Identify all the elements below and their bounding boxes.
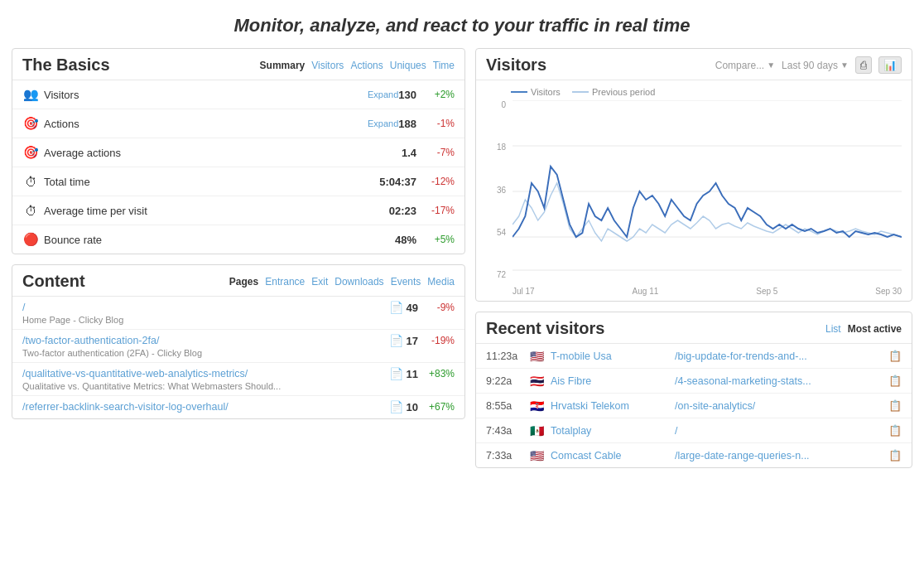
export-icon: ⎙ xyxy=(860,59,867,71)
content-link-0[interactable]: / xyxy=(22,302,389,313)
visitor-path-0[interactable]: /big-update-for-trends-and-... xyxy=(675,350,885,362)
tab-visitors-basics[interactable]: Visitors xyxy=(311,60,344,71)
visitor-flag-4: 🇺🇸 xyxy=(527,450,546,462)
tab-actions-basics[interactable]: Actions xyxy=(350,60,383,71)
visitor-copy-3[interactable]: 📋 xyxy=(888,424,902,437)
legend-previous-label: Previous period xyxy=(592,87,655,97)
basics-row-visitors: 👥 Visitors Expand 130 +2% xyxy=(12,80,464,109)
visitor-name-3[interactable]: Totalplay xyxy=(551,425,675,437)
chart-legend: Visitors Previous period xyxy=(486,87,902,97)
tab-time[interactable]: Time xyxy=(433,60,455,71)
content-link-1[interactable]: /two-factor-authentication-2fa/ xyxy=(22,335,389,346)
chart-controls: Compare... ▼ Last 90 days ▼ ⎙ 📊 xyxy=(715,56,902,74)
x-label-sep5: Sep 5 xyxy=(756,287,777,296)
page-title: Monitor, analyze, and react to your traf… xyxy=(0,0,924,48)
visitor-copy-0[interactable]: 📋 xyxy=(888,350,902,362)
content-item-2: /qualitative-vs-quantitative-web-analyti… xyxy=(12,363,464,396)
tab-list[interactable]: List xyxy=(825,323,841,335)
visitor-time-2: 8:55a xyxy=(486,400,527,412)
content-change-1: -19% xyxy=(425,335,455,346)
visitor-time-0: 11:23a xyxy=(486,350,527,362)
chart-type-button[interactable]: 📊 xyxy=(878,56,902,74)
legend-visitors-line xyxy=(511,91,527,93)
chart-area: Visitors Previous period 72 54 36 18 0 xyxy=(476,80,912,301)
content-link-3[interactable]: /referrer-backlink-search-visitor-log-ov… xyxy=(22,401,389,413)
legend-visitors-label: Visitors xyxy=(531,87,561,97)
visitor-path-3[interactable]: / xyxy=(675,425,885,437)
visitor-flag-1: 🇹🇭 xyxy=(527,375,546,387)
visitors-panel-header: Visitors Compare... ▼ Last 90 days ▼ ⎙ 📊 xyxy=(476,49,912,80)
visitor-copy-2[interactable]: 📋 xyxy=(888,399,902,412)
visitor-name-1[interactable]: Ais Fibre xyxy=(551,375,675,387)
content-title: Content xyxy=(22,272,85,291)
visitor-path-2[interactable]: /on-site-analytics/ xyxy=(675,400,885,412)
tab-exit[interactable]: Exit xyxy=(311,276,328,288)
visitor-name-2[interactable]: Hrvatski Telekom xyxy=(551,400,675,412)
actions-expand[interactable]: Expand xyxy=(368,118,398,128)
content-item-1: /two-factor-authentication-2fa/ 📄 17 -19… xyxy=(12,330,464,363)
basics-row-avg-actions: 🎯 Average actions 1.4 -7% xyxy=(12,138,464,167)
avg-time-label: Average time per visit xyxy=(44,205,389,217)
chart-wrapper: 72 54 36 18 0 xyxy=(486,100,902,296)
basics-panel-header: The Basics Summary Visitors Actions Uniq… xyxy=(12,49,464,80)
visitor-name-0[interactable]: T-mobile Usa xyxy=(551,350,675,362)
content-link-2[interactable]: /qualitative-vs-quantitative-web-analyti… xyxy=(22,368,389,379)
visitor-copy-1[interactable]: 📋 xyxy=(888,375,902,387)
content-count-3: 10 xyxy=(407,401,418,413)
bounce-value: 48% xyxy=(395,234,416,246)
y-label-0: 0 xyxy=(486,100,506,109)
visitors-expand[interactable]: Expand xyxy=(368,89,398,99)
actions-icon: 🎯 xyxy=(22,115,39,132)
basics-tabs: Summary Visitors Actions Uniques Time xyxy=(260,60,455,71)
y-labels: 72 54 36 18 0 xyxy=(486,100,509,279)
tab-most-active[interactable]: Most active xyxy=(848,323,902,335)
recent-visitors-tabs: List Most active xyxy=(825,323,902,335)
tab-pages[interactable]: Pages xyxy=(229,276,258,288)
visitor-name-4[interactable]: Comcast Cable xyxy=(551,450,675,462)
basics-panel: The Basics Summary Visitors Actions Uniq… xyxy=(12,48,465,254)
content-change-3: +67% xyxy=(425,401,455,413)
visitor-path-1[interactable]: /4-seasonal-marketing-stats... xyxy=(675,375,885,387)
visitors-chart-svg xyxy=(513,100,902,283)
tab-downloads[interactable]: Downloads xyxy=(334,276,383,288)
visitors-value: 130 xyxy=(398,89,416,101)
compare-control[interactable]: Compare... ▼ xyxy=(715,60,775,71)
tab-summary[interactable]: Summary xyxy=(260,60,306,71)
basics-row-total-time: ⏱ Total time 5:04:37 -12% xyxy=(12,167,464,196)
period-control[interactable]: Last 90 days ▼ xyxy=(782,60,849,71)
visitor-time-1: 9:22a xyxy=(486,375,527,387)
recent-visitors-panel: Recent visitors List Most active 11:23a … xyxy=(475,312,912,468)
tab-uniques[interactable]: Uniques xyxy=(390,60,426,71)
page-icon-2: 📄 xyxy=(389,367,403,380)
export-button[interactable]: ⎙ xyxy=(855,56,872,74)
page-icon-3: 📄 xyxy=(389,400,403,413)
bounce-change: +5% xyxy=(425,234,455,245)
basics-row-bounce: 🔴 Bounce rate 48% +5% xyxy=(12,225,464,254)
tab-events[interactable]: Events xyxy=(391,276,421,288)
legend-visitors: Visitors xyxy=(511,87,561,97)
visitor-flag-2: 🇭🇷 xyxy=(527,400,546,412)
y-label-18: 18 xyxy=(486,143,506,152)
x-label-sep30: Sep 30 xyxy=(875,287,902,296)
content-count-1: 17 xyxy=(407,335,418,347)
recent-visitors-header: Recent visitors List Most active xyxy=(476,312,912,344)
visitors-change: +2% xyxy=(425,89,455,100)
y-label-72: 72 xyxy=(486,270,506,279)
visitor-path-4[interactable]: /large-date-range-queries-n... xyxy=(675,450,885,462)
avg-actions-icon: 🎯 xyxy=(22,144,39,161)
actions-label: Actions xyxy=(44,118,363,130)
visitor-copy-4[interactable]: 📋 xyxy=(888,449,902,462)
avg-actions-label: Average actions xyxy=(44,147,402,159)
tab-entrance[interactable]: Entrance xyxy=(265,276,305,288)
visitor-flag-3: 🇲🇽 xyxy=(527,425,546,437)
visitors-label: Visitors xyxy=(44,89,363,101)
avg-time-icon: ⏱ xyxy=(22,202,39,219)
tab-media[interactable]: Media xyxy=(427,276,455,288)
visitor-time-4: 7:33a xyxy=(486,450,527,462)
avg-time-value: 02:23 xyxy=(389,205,416,217)
visitor-row-4: 7:33a 🇺🇸 Comcast Cable /large-date-range… xyxy=(476,443,912,467)
bounce-label: Bounce rate xyxy=(44,234,395,246)
y-label-36: 36 xyxy=(486,186,506,195)
bar-chart-icon: 📊 xyxy=(883,59,897,71)
actions-value: 188 xyxy=(398,118,416,130)
